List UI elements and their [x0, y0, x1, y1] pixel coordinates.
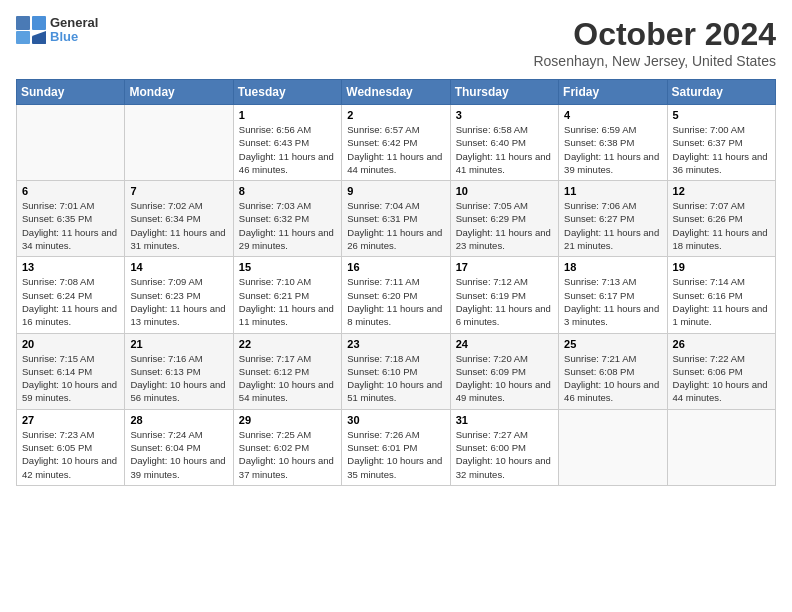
- svg-rect-0: [16, 16, 30, 30]
- calendar-cell: 20Sunrise: 7:15 AMSunset: 6:14 PMDayligh…: [17, 333, 125, 409]
- day-info: Sunrise: 6:56 AMSunset: 6:43 PMDaylight:…: [239, 123, 336, 176]
- day-info: Sunrise: 7:00 AMSunset: 6:37 PMDaylight:…: [673, 123, 770, 176]
- day-info: Sunrise: 7:26 AMSunset: 6:01 PMDaylight:…: [347, 428, 444, 481]
- day-info: Sunrise: 6:58 AMSunset: 6:40 PMDaylight:…: [456, 123, 553, 176]
- calendar-cell: [17, 105, 125, 181]
- calendar-cell: 28Sunrise: 7:24 AMSunset: 6:04 PMDayligh…: [125, 409, 233, 485]
- svg-rect-4: [32, 36, 46, 44]
- location-title: Rosenhayn, New Jersey, United States: [533, 53, 776, 69]
- day-info: Sunrise: 7:05 AMSunset: 6:29 PMDaylight:…: [456, 199, 553, 252]
- calendar-cell: [667, 409, 775, 485]
- day-number: 14: [130, 261, 227, 273]
- day-info: Sunrise: 7:08 AMSunset: 6:24 PMDaylight:…: [22, 275, 119, 328]
- calendar-cell: [125, 105, 233, 181]
- day-info: Sunrise: 7:15 AMSunset: 6:14 PMDaylight:…: [22, 352, 119, 405]
- calendar-cell: [559, 409, 667, 485]
- day-number: 10: [456, 185, 553, 197]
- calendar-cell: 8Sunrise: 7:03 AMSunset: 6:32 PMDaylight…: [233, 181, 341, 257]
- calendar-cell: 29Sunrise: 7:25 AMSunset: 6:02 PMDayligh…: [233, 409, 341, 485]
- day-number: 4: [564, 109, 661, 121]
- day-number: 28: [130, 414, 227, 426]
- day-info: Sunrise: 7:13 AMSunset: 6:17 PMDaylight:…: [564, 275, 661, 328]
- day-number: 26: [673, 338, 770, 350]
- day-header-monday: Monday: [125, 80, 233, 105]
- day-info: Sunrise: 7:02 AMSunset: 6:34 PMDaylight:…: [130, 199, 227, 252]
- day-number: 20: [22, 338, 119, 350]
- day-info: Sunrise: 7:27 AMSunset: 6:00 PMDaylight:…: [456, 428, 553, 481]
- day-number: 24: [456, 338, 553, 350]
- calendar-header-row: SundayMondayTuesdayWednesdayThursdayFrid…: [17, 80, 776, 105]
- calendar-cell: 15Sunrise: 7:10 AMSunset: 6:21 PMDayligh…: [233, 257, 341, 333]
- day-info: Sunrise: 7:14 AMSunset: 6:16 PMDaylight:…: [673, 275, 770, 328]
- day-info: Sunrise: 7:18 AMSunset: 6:10 PMDaylight:…: [347, 352, 444, 405]
- day-header-friday: Friday: [559, 80, 667, 105]
- day-info: Sunrise: 7:04 AMSunset: 6:31 PMDaylight:…: [347, 199, 444, 252]
- day-number: 11: [564, 185, 661, 197]
- calendar-cell: 4Sunrise: 6:59 AMSunset: 6:38 PMDaylight…: [559, 105, 667, 181]
- day-info: Sunrise: 7:25 AMSunset: 6:02 PMDaylight:…: [239, 428, 336, 481]
- day-info: Sunrise: 7:23 AMSunset: 6:05 PMDaylight:…: [22, 428, 119, 481]
- calendar-cell: 16Sunrise: 7:11 AMSunset: 6:20 PMDayligh…: [342, 257, 450, 333]
- day-info: Sunrise: 7:22 AMSunset: 6:06 PMDaylight:…: [673, 352, 770, 405]
- title-section: October 2024 Rosenhayn, New Jersey, Unit…: [533, 16, 776, 69]
- day-info: Sunrise: 7:16 AMSunset: 6:13 PMDaylight:…: [130, 352, 227, 405]
- day-number: 21: [130, 338, 227, 350]
- logo-text: General Blue: [50, 16, 98, 45]
- day-header-saturday: Saturday: [667, 80, 775, 105]
- calendar-cell: 17Sunrise: 7:12 AMSunset: 6:19 PMDayligh…: [450, 257, 558, 333]
- day-header-wednesday: Wednesday: [342, 80, 450, 105]
- calendar-cell: 23Sunrise: 7:18 AMSunset: 6:10 PMDayligh…: [342, 333, 450, 409]
- day-info: Sunrise: 7:10 AMSunset: 6:21 PMDaylight:…: [239, 275, 336, 328]
- calendar-cell: 27Sunrise: 7:23 AMSunset: 6:05 PMDayligh…: [17, 409, 125, 485]
- day-info: Sunrise: 7:17 AMSunset: 6:12 PMDaylight:…: [239, 352, 336, 405]
- logo-blue: Blue: [50, 30, 98, 44]
- day-number: 8: [239, 185, 336, 197]
- day-info: Sunrise: 6:57 AMSunset: 6:42 PMDaylight:…: [347, 123, 444, 176]
- calendar-week-row: 27Sunrise: 7:23 AMSunset: 6:05 PMDayligh…: [17, 409, 776, 485]
- day-info: Sunrise: 7:06 AMSunset: 6:27 PMDaylight:…: [564, 199, 661, 252]
- calendar-cell: 2Sunrise: 6:57 AMSunset: 6:42 PMDaylight…: [342, 105, 450, 181]
- day-number: 3: [456, 109, 553, 121]
- calendar-cell: 3Sunrise: 6:58 AMSunset: 6:40 PMDaylight…: [450, 105, 558, 181]
- calendar-cell: 11Sunrise: 7:06 AMSunset: 6:27 PMDayligh…: [559, 181, 667, 257]
- calendar-week-row: 13Sunrise: 7:08 AMSunset: 6:24 PMDayligh…: [17, 257, 776, 333]
- day-header-sunday: Sunday: [17, 80, 125, 105]
- day-info: Sunrise: 7:12 AMSunset: 6:19 PMDaylight:…: [456, 275, 553, 328]
- day-number: 13: [22, 261, 119, 273]
- day-number: 16: [347, 261, 444, 273]
- calendar-cell: 26Sunrise: 7:22 AMSunset: 6:06 PMDayligh…: [667, 333, 775, 409]
- page-header: General Blue October 2024 Rosenhayn, New…: [16, 16, 776, 69]
- day-info: Sunrise: 7:24 AMSunset: 6:04 PMDaylight:…: [130, 428, 227, 481]
- day-number: 12: [673, 185, 770, 197]
- calendar-cell: 14Sunrise: 7:09 AMSunset: 6:23 PMDayligh…: [125, 257, 233, 333]
- calendar-cell: 31Sunrise: 7:27 AMSunset: 6:00 PMDayligh…: [450, 409, 558, 485]
- day-info: Sunrise: 7:03 AMSunset: 6:32 PMDaylight:…: [239, 199, 336, 252]
- calendar-cell: 18Sunrise: 7:13 AMSunset: 6:17 PMDayligh…: [559, 257, 667, 333]
- logo-icon: [16, 16, 46, 44]
- calendar-cell: 19Sunrise: 7:14 AMSunset: 6:16 PMDayligh…: [667, 257, 775, 333]
- month-title: October 2024: [533, 16, 776, 53]
- day-info: Sunrise: 6:59 AMSunset: 6:38 PMDaylight:…: [564, 123, 661, 176]
- day-number: 27: [22, 414, 119, 426]
- calendar-table: SundayMondayTuesdayWednesdayThursdayFrid…: [16, 79, 776, 486]
- calendar-week-row: 1Sunrise: 6:56 AMSunset: 6:43 PMDaylight…: [17, 105, 776, 181]
- svg-rect-1: [32, 16, 46, 30]
- calendar-cell: 6Sunrise: 7:01 AMSunset: 6:35 PMDaylight…: [17, 181, 125, 257]
- calendar-week-row: 20Sunrise: 7:15 AMSunset: 6:14 PMDayligh…: [17, 333, 776, 409]
- day-number: 29: [239, 414, 336, 426]
- day-number: 30: [347, 414, 444, 426]
- day-number: 19: [673, 261, 770, 273]
- calendar-cell: 12Sunrise: 7:07 AMSunset: 6:26 PMDayligh…: [667, 181, 775, 257]
- day-number: 22: [239, 338, 336, 350]
- day-number: 17: [456, 261, 553, 273]
- day-info: Sunrise: 7:20 AMSunset: 6:09 PMDaylight:…: [456, 352, 553, 405]
- day-number: 5: [673, 109, 770, 121]
- day-number: 31: [456, 414, 553, 426]
- calendar-cell: 1Sunrise: 6:56 AMSunset: 6:43 PMDaylight…: [233, 105, 341, 181]
- day-header-thursday: Thursday: [450, 80, 558, 105]
- day-number: 15: [239, 261, 336, 273]
- day-number: 23: [347, 338, 444, 350]
- day-number: 9: [347, 185, 444, 197]
- day-number: 18: [564, 261, 661, 273]
- calendar-cell: 30Sunrise: 7:26 AMSunset: 6:01 PMDayligh…: [342, 409, 450, 485]
